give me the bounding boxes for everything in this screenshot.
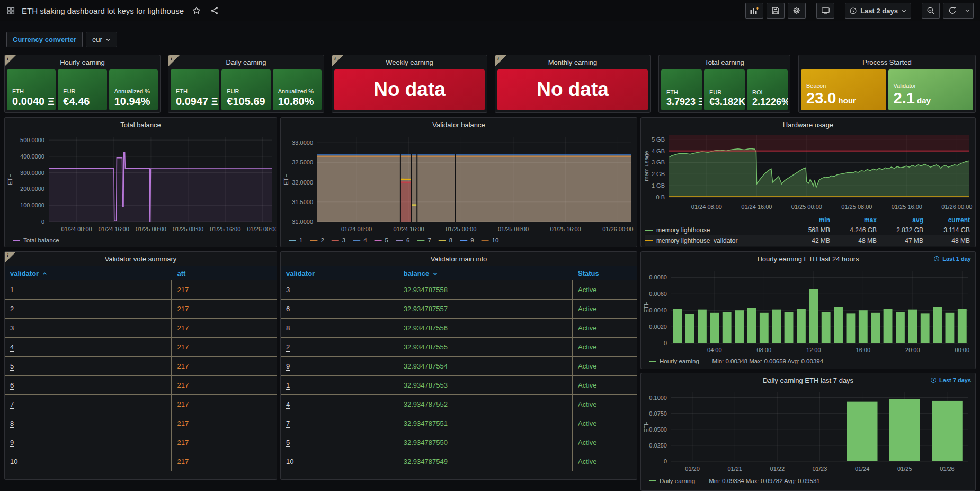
panel-title[interactable]: Total balance [5,118,277,131]
currency-select[interactable]: eur [86,32,117,47]
panel-title[interactable]: Daily earning [168,55,324,69]
refresh-button[interactable] [943,3,961,19]
star-icon[interactable] [192,6,201,15]
share-icon[interactable] [210,6,219,15]
legend-col-min[interactable]: min [783,216,830,224]
validator-link[interactable]: 10 [10,458,17,466]
bar [908,310,917,343]
table-cell: 9 [5,433,172,452]
legend-value: 4.246 GB [830,226,877,234]
zoom-out-button[interactable] [922,3,940,19]
column-header-status[interactable]: Status [573,269,637,277]
validator-link[interactable]: 8 [286,324,290,332]
validator-balance-chart[interactable]: 31.000031.500032.000032.500033.000001/24… [281,131,636,246]
column-header-validator[interactable]: validator [5,269,172,277]
dashboard-title: ETH staking dashboard lot keys for light… [22,6,184,15]
validator-link[interactable]: 3 [286,286,290,294]
validator-link[interactable]: 10 [286,458,293,466]
svg-text:ETH: ETH [643,301,649,313]
legend-col-max[interactable]: max [830,216,877,224]
legend-col-avg[interactable]: avg [877,216,923,224]
panel-title[interactable]: Hourly earning [5,55,160,69]
validator-link[interactable]: 4 [10,343,14,351]
legend-label[interactable]: Daily earning [660,478,695,484]
validator-link[interactable]: 9 [10,439,14,446]
currency-converter-link[interactable]: Currency converter [6,32,83,47]
panel-title[interactable]: Validator main info [281,252,637,266]
legend-label[interactable]: 9 [470,237,474,243]
svg-text:01/21: 01/21 [727,466,742,472]
legend-label[interactable]: 1 [299,237,302,243]
hardware-legend-table: minmaxavgcurrentmemory lighthouse568 MB4… [645,215,970,247]
validator-link[interactable]: 3 [10,324,14,332]
add-panel-button[interactable] [745,3,763,19]
hourly-earning-chart[interactable]: 00.00200.00400.00600.008004:0008:0012:00… [642,266,975,368]
validator-link[interactable]: 5 [286,439,290,446]
panel-total-earning: Total earning ETH3.7923 ΞEUR€3.182KROI2.… [658,55,790,113]
info-corner-icon[interactable]: i [495,55,506,66]
validator-link[interactable]: 9 [286,362,290,370]
save-dashboard-button[interactable] [767,3,785,19]
column-header-balance[interactable]: balance [398,269,573,277]
panel-title[interactable]: Hourly earning ETH last 24 hours [641,252,975,266]
info-corner-icon[interactable]: i [5,55,16,66]
panel-title[interactable]: Weekly earning [332,55,487,69]
apps-grid-icon[interactable] [6,6,15,15]
settings-button[interactable] [788,3,806,19]
panel-title[interactable]: Validator balance [281,118,637,131]
validator-link[interactable]: 2 [286,343,290,351]
legend-label[interactable]: 5 [385,237,388,243]
time-override-link[interactable]: Last 7 days [930,373,971,387]
info-corner-icon[interactable]: i [168,55,180,66]
validator-link[interactable]: 5 [10,362,14,370]
validator-link[interactable]: 7 [286,419,290,427]
validator-link[interactable]: 6 [286,305,290,313]
table-cell: 217 [172,376,277,394]
refresh-interval-dropdown[interactable] [961,3,974,19]
panel-title[interactable]: Validator vote summary [5,252,277,266]
info-corner-icon[interactable]: i [5,252,16,263]
table-cell: Active [573,433,637,452]
column-header-att[interactable]: att [172,269,277,277]
validator-link[interactable]: 2 [10,305,14,313]
panel-title[interactable]: Monthly earning [495,55,650,69]
validator-link[interactable]: 1 [286,381,290,389]
legend-col-current[interactable]: current [923,216,970,224]
panel-title[interactable]: Daily earning ETH last 7 days [641,373,975,387]
info-corner-icon[interactable]: i [332,55,343,66]
column-header-validator[interactable]: validator [281,269,398,277]
series-name[interactable]: memory lighthouse_validator [645,237,783,244]
legend-label[interactable]: 7 [427,237,431,243]
tv-mode-button[interactable] [816,3,834,19]
legend-label[interactable]: 6 [406,237,409,243]
svg-text:0.0500: 0.0500 [649,426,667,433]
panel-title[interactable]: Hardware usage [641,118,975,131]
table-cell: 217 [172,319,277,337]
legend-label[interactable]: Total balance [23,237,59,243]
validator-link[interactable]: 7 [10,400,14,408]
validator-link[interactable]: 6 [10,381,14,389]
legend-stats: Min: 0.00348 Max: 0.00659 Avg: 0.00394 [712,358,824,364]
table-cell: 3 [281,280,398,299]
time-override-link[interactable]: Last 1 day [933,252,971,266]
validator-link[interactable]: 1 [10,286,14,294]
panel-title[interactable]: Process Started [799,55,975,69]
legend-label[interactable]: 3 [342,237,345,243]
legend-label[interactable]: 8 [449,237,452,243]
time-range-picker[interactable]: Last 2 days [845,3,911,19]
bar [797,309,806,343]
table-cell: 32.934787554 [398,357,573,375]
legend-label[interactable]: 2 [320,237,324,243]
series-name[interactable]: memory lighthouse [645,226,783,234]
total-balance-chart[interactable]: 0100.0000200.0000300.0000400.0000500.000… [5,131,276,246]
tile-label: EUR [227,88,265,94]
legend-value: 48 MB [830,237,877,244]
validator-link[interactable]: 4 [286,400,290,408]
daily-earning-chart[interactable]: 00.02500.05000.07500.100001/2001/2101/22… [642,387,975,490]
legend-label[interactable]: Hourly earning [660,358,699,364]
svg-text:01/25 08:00: 01/25 08:00 [173,226,203,232]
legend-label[interactable]: 10 [492,237,499,243]
validator-link[interactable]: 8 [10,419,14,427]
legend-label[interactable]: 4 [363,237,367,243]
panel-title[interactable]: Total earning [659,55,790,69]
